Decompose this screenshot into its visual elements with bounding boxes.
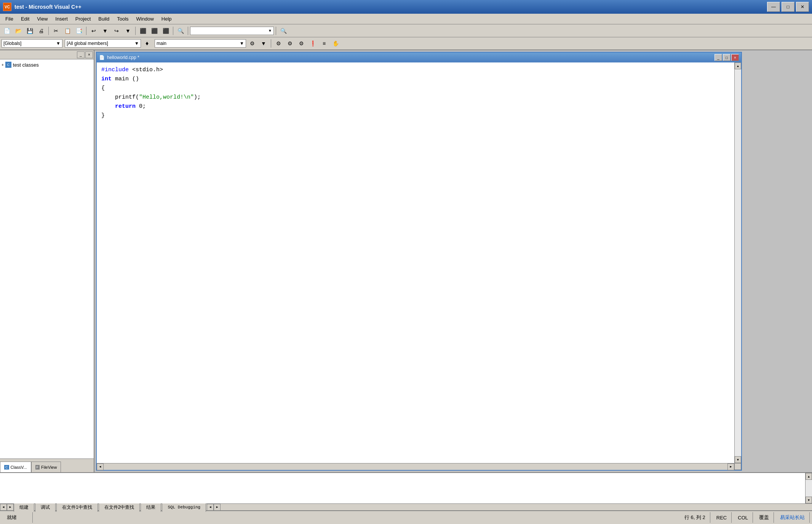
globals-dropdown[interactable]: [Globals] ▼ [2, 39, 62, 48]
function-dropdown[interactable]: main ▼ [155, 39, 246, 48]
main-area: _ × + C test classes C ClassV... F FileV… [0, 50, 812, 472]
nav-next-btn[interactable]: ► [7, 504, 14, 511]
redo-button[interactable]: ↪ [111, 26, 122, 36]
save-all-button[interactable]: 🖨 [36, 26, 46, 36]
output-tab-find2[interactable]: 在文件2中查找 [99, 503, 140, 512]
output-tab-results[interactable]: 结果 [141, 503, 161, 512]
separator2 [86, 27, 86, 35]
globals-arrow-icon: ▼ [56, 41, 61, 46]
minimize-button[interactable]: — [767, 2, 780, 12]
editor-filename: helloworld.cpp * [107, 55, 139, 60]
output-horizontal-scroll: ◄ ► 组建 调试 在文件1中查找 在文件2中查找 结果 SQL Debuggi… [0, 503, 812, 510]
output-scroll-up[interactable]: ▲ [806, 473, 812, 480]
output-tab-debug[interactable]: 调试 [35, 503, 56, 512]
output-scrollbar-v[interactable]: ▲ ▼ [805, 473, 812, 503]
menu-window[interactable]: Window [133, 15, 158, 23]
run-button[interactable]: ⬛ [160, 26, 171, 36]
menu-build[interactable]: Build [94, 15, 113, 23]
output-text [0, 473, 805, 503]
compile-button[interactable]: ⬛ [137, 26, 148, 36]
undo-button[interactable]: ↩ [88, 26, 99, 36]
find-button[interactable]: 🔍 [278, 26, 289, 36]
menu-tools[interactable]: Tools [113, 15, 132, 23]
separator-nav [271, 39, 271, 48]
brand-display[interactable]: 易采站长站 [775, 512, 810, 523]
output-scroll-track[interactable] [806, 480, 812, 497]
scroll-left-btn[interactable]: ◄ [97, 463, 104, 470]
output-tab-find1[interactable]: 在文件1中查找 [56, 503, 98, 512]
maximize-button[interactable]: □ [782, 2, 794, 12]
search-dropdown[interactable]: ▼ [190, 27, 274, 35]
scroll-track[interactable] [735, 69, 741, 456]
status-text: 就绪 [2, 512, 33, 523]
cut-button[interactable]: ✂ [51, 26, 61, 36]
dropdown-arrow-icon: ▼ [268, 29, 272, 33]
editor-maximize-btn[interactable]: □ [723, 54, 730, 61]
scroll-down-btn[interactable]: ▼ [735, 456, 741, 463]
menu-edit[interactable]: Edit [17, 15, 33, 23]
menu-project[interactable]: Project [72, 15, 94, 23]
horizontal-scrollbar[interactable]: ◄ ► [97, 463, 734, 470]
fileview-tab-label: FileView [41, 465, 57, 470]
hand-button[interactable]: ✋ [330, 38, 341, 48]
separator6 [276, 27, 276, 35]
menu-file[interactable]: File [2, 15, 17, 23]
list-button[interactable]: ≡ [319, 38, 329, 48]
func-icon-btn[interactable]: ⚙ [247, 38, 257, 48]
menu-insert[interactable]: Insert [51, 15, 72, 23]
editor-container: 📄 helloworld.cpp * _ □ × #include <stdio… [94, 50, 743, 472]
editor-close-btn[interactable]: × [731, 54, 739, 61]
output-tab-build[interactable]: 组建 [14, 503, 34, 512]
panel-minimize-btn[interactable]: _ [77, 51, 85, 58]
func-extra-btn[interactable]: ▼ [258, 38, 269, 48]
status-right-group: 行 6, 列 2 REC COL 覆盖 易采站长站 [680, 512, 810, 523]
separator3 [135, 27, 136, 35]
tab-scroll-right[interactable]: ► [214, 504, 221, 511]
code-editor[interactable]: #include <stdio.h> int main () { printf(… [97, 62, 734, 463]
fileview-icon: F [35, 465, 40, 470]
tab-classview[interactable]: C ClassV... [0, 462, 31, 472]
vertical-scrollbar[interactable]: ▲ ▼ [734, 62, 741, 463]
status-label: 就绪 [7, 514, 17, 521]
build-button[interactable]: ⬛ [149, 26, 160, 36]
copy-button[interactable]: 📋 [62, 26, 73, 36]
scrollbar-corner [734, 463, 741, 470]
output-scroll-down[interactable]: ▼ [806, 497, 812, 503]
members-icon-btn[interactable]: ♦ [142, 38, 152, 48]
wizard-button[interactable]: 🔍 [175, 26, 186, 36]
window-title: test - Microsoft Visual C++ [14, 4, 82, 10]
paste-button[interactable]: 📑 [74, 26, 84, 36]
tree-root-item[interactable]: + C test classes [2, 61, 92, 69]
editor-minimize-btn[interactable]: _ [714, 54, 722, 61]
stop-button[interactable]: ❗ [307, 38, 318, 48]
output-tab-sql[interactable]: SQL Debugging [162, 503, 206, 512]
output-panel: ▲ ▼ ◄ ► 组建 调试 在文件1中查找 在文件2中查找 结果 SQL Deb… [0, 472, 812, 510]
members-dropdown[interactable]: [All global members] ▼ [65, 39, 141, 48]
bookmark-button[interactable]: ⚙ [296, 38, 307, 48]
editor-file-icon: 📄 [99, 55, 105, 60]
redo-dropdown[interactable]: ▼ [123, 26, 133, 36]
open-button[interactable]: 📂 [13, 26, 24, 36]
go-forward-button[interactable]: ⚙ [285, 38, 295, 48]
tab-scroll-left[interactable]: ◄ [207, 504, 214, 511]
nav-prev-btn[interactable]: ◄ [0, 504, 7, 511]
toolbar-navigation: [Globals] ▼ [All global members] ▼ ♦ mai… [0, 37, 812, 50]
output-content-area: ▲ ▼ [0, 473, 812, 503]
editor-win-buttons: _ □ × [714, 54, 739, 61]
scroll-up-btn[interactable]: ▲ [735, 62, 741, 69]
close-button[interactable]: ✕ [796, 2, 809, 12]
class-icon: C [5, 62, 11, 68]
scroll-right-btn[interactable]: ► [727, 463, 734, 470]
panel-close-btn[interactable]: × [85, 51, 93, 58]
undo-dropdown[interactable]: ▼ [100, 26, 110, 36]
members-arrow-icon: ▼ [134, 41, 139, 46]
tree-item-label: test classes [13, 62, 39, 68]
menu-view[interactable]: View [33, 15, 51, 23]
go-back-button[interactable]: ⚙ [273, 38, 284, 48]
ovr-label: 覆盖 [759, 514, 769, 521]
new-file-button[interactable]: 📄 [2, 26, 12, 36]
title-bar: VC test - Microsoft Visual C++ — □ ✕ [0, 0, 812, 14]
menu-help[interactable]: Help [158, 15, 176, 23]
save-button[interactable]: 💾 [24, 26, 35, 36]
tab-fileview[interactable]: F FileView [31, 462, 61, 472]
